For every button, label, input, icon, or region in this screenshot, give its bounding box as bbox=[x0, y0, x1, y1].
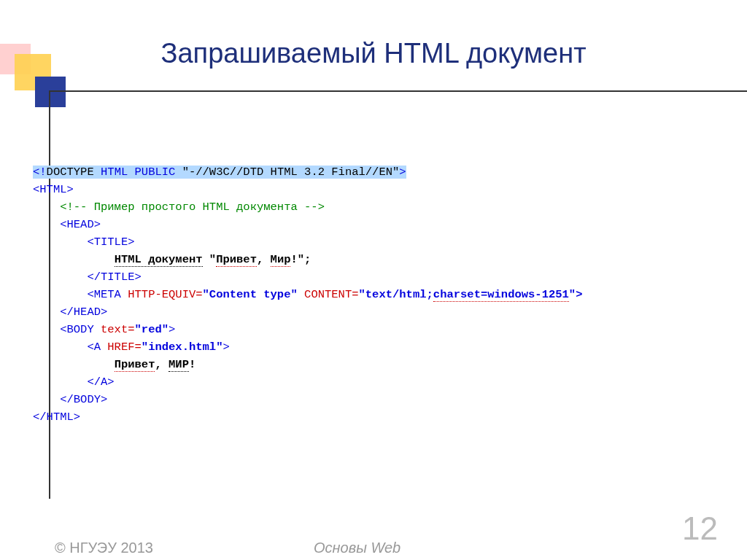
subject-text: Основы Web bbox=[314, 540, 400, 556]
horizontal-rule bbox=[49, 90, 747, 92]
slide-title: Запрашиваемый HTML документ bbox=[0, 38, 747, 69]
code-block: <!DOCTYPE HTML PUBLIC "-//W3C//DTD HTML … bbox=[33, 146, 582, 426]
page-number: 12 bbox=[682, 510, 718, 547]
copyright-text: © НГУЭУ 2013 bbox=[55, 540, 153, 556]
